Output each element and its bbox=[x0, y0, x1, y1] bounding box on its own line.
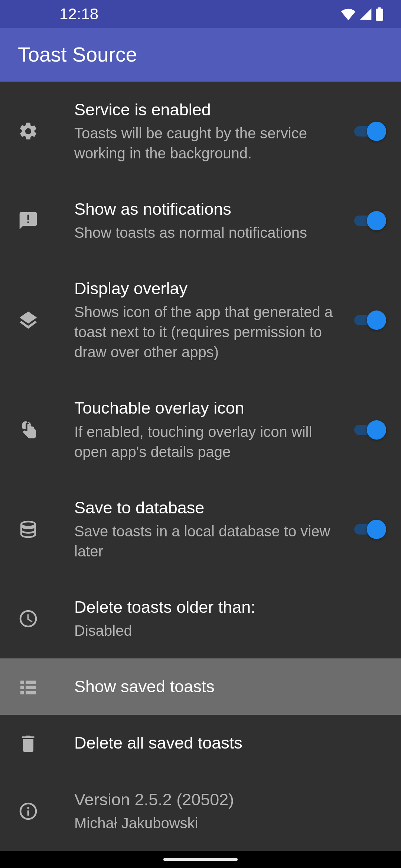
delete-older-than-row[interactable]: Delete toasts older than: Disabled bbox=[0, 579, 401, 658]
show-as-notifications-row[interactable]: Show as notifications Show toasts as nor… bbox=[0, 181, 401, 260]
author-text: Michał Jakubowski bbox=[74, 813, 380, 833]
setting-subtitle: If enabled, touching overlay icon will o… bbox=[74, 422, 339, 462]
settings-list: Service is enabled Toasts will be caught… bbox=[0, 82, 401, 851]
battery-icon bbox=[376, 7, 383, 21]
version-row[interactable]: Version 2.5.2 (20502) Michał Jakubowski bbox=[0, 772, 401, 851]
show-as-notifications-switch[interactable] bbox=[354, 210, 386, 231]
touchable-overlay-switch[interactable] bbox=[354, 420, 386, 440]
announcement-icon bbox=[18, 210, 39, 231]
service-enabled-row[interactable]: Service is enabled Toasts will be caught… bbox=[0, 82, 401, 181]
database-icon bbox=[18, 519, 39, 540]
version-text: Version 2.5.2 (20502) bbox=[74, 789, 380, 810]
list-icon bbox=[18, 676, 39, 697]
save-to-database-switch[interactable] bbox=[354, 519, 386, 540]
display-overlay-row[interactable]: Display overlay Shows icon of the app th… bbox=[0, 260, 401, 380]
svg-rect-0 bbox=[377, 13, 382, 19]
touchable-overlay-row[interactable]: Touchable overlay icon If enabled, touch… bbox=[0, 380, 401, 479]
nav-pill[interactable] bbox=[163, 858, 238, 861]
setting-subtitle: Toasts will be caught by the service wor… bbox=[74, 123, 339, 163]
setting-title: Show saved toasts bbox=[74, 676, 380, 697]
status-bar: 12:18 bbox=[0, 0, 401, 28]
status-icons bbox=[341, 7, 383, 21]
delete-all-saved-row[interactable]: Delete all saved toasts bbox=[0, 715, 401, 771]
app-bar: Toast Source bbox=[0, 28, 401, 81]
setting-subtitle: Shows icon of the app that generated a t… bbox=[74, 302, 339, 362]
nav-bar bbox=[0, 851, 401, 868]
display-overlay-switch[interactable] bbox=[354, 310, 386, 331]
setting-subtitle: Save toasts in a local database to view … bbox=[74, 521, 339, 561]
cellular-icon bbox=[359, 8, 372, 20]
delete-forever-icon bbox=[18, 733, 39, 754]
service-enabled-switch[interactable] bbox=[354, 121, 386, 142]
layers-icon bbox=[18, 310, 39, 331]
setting-title: Display overlay bbox=[74, 278, 339, 299]
setting-subtitle: Disabled bbox=[74, 621, 380, 641]
screen: 12:18 Toast Source Service is enabled To… bbox=[0, 0, 401, 868]
setting-title: Show as notifications bbox=[74, 199, 339, 220]
setting-title: Service is enabled bbox=[74, 99, 339, 120]
touch-icon bbox=[18, 420, 39, 440]
setting-title: Save to database bbox=[74, 497, 339, 518]
gear-icon bbox=[18, 121, 39, 142]
show-saved-toasts-row[interactable]: Show saved toasts bbox=[0, 658, 401, 715]
setting-title: Touchable overlay icon bbox=[74, 398, 339, 418]
app-title: Toast Source bbox=[18, 43, 137, 66]
wifi-icon bbox=[341, 8, 356, 20]
setting-title: Delete all saved toasts bbox=[74, 733, 380, 753]
status-time: 12:18 bbox=[59, 5, 98, 23]
save-to-database-row[interactable]: Save to database Save toasts in a local … bbox=[0, 480, 401, 579]
setting-title: Delete toasts older than: bbox=[74, 597, 380, 618]
setting-subtitle: Show toasts as normal notifications bbox=[74, 223, 339, 243]
info-icon bbox=[18, 801, 39, 822]
clock-icon bbox=[18, 608, 39, 629]
